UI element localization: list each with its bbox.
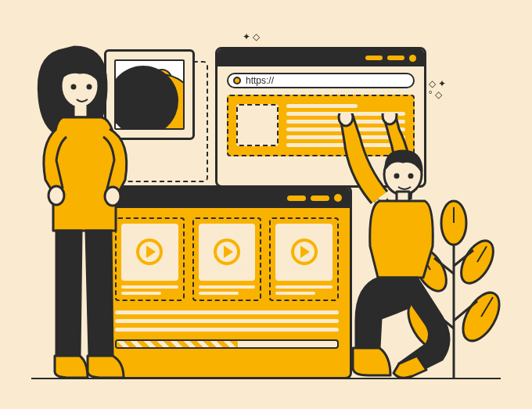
address-bar[interactable]: https://: [227, 73, 415, 88]
window-control-icon: [409, 55, 416, 62]
svg-point-7: [88, 85, 91, 88]
secure-icon: [233, 77, 241, 84]
svg-point-11: [383, 113, 397, 124]
window-control-icon: [287, 196, 306, 201]
thumbnail-placeholder: [236, 104, 279, 146]
window-header: [104, 188, 350, 208]
svg-point-8: [49, 186, 64, 205]
svg-point-13: [395, 174, 398, 178]
progress-bar[interactable]: [115, 339, 339, 349]
video-card[interactable]: [192, 217, 262, 301]
play-icon: [291, 239, 318, 265]
svg-point-10: [339, 113, 353, 126]
window-control-icon: [387, 56, 404, 60]
svg-point-6: [72, 85, 75, 88]
man-illustration: [325, 113, 481, 379]
sparkle-icon: ◇ ✦° ◇: [429, 78, 446, 100]
text-lines: [115, 310, 339, 332]
window-control-icon: [365, 56, 383, 60]
window-header: [217, 49, 424, 66]
url-text: https://: [246, 75, 274, 86]
svg-point-9: [105, 187, 120, 206]
video-row: [115, 217, 339, 301]
play-icon: [214, 239, 240, 265]
svg-point-14: [409, 174, 412, 178]
woman-illustration: [31, 43, 141, 379]
video-thumbnail: [199, 224, 256, 281]
sparkle-icon: ✦ ◇: [243, 31, 260, 42]
